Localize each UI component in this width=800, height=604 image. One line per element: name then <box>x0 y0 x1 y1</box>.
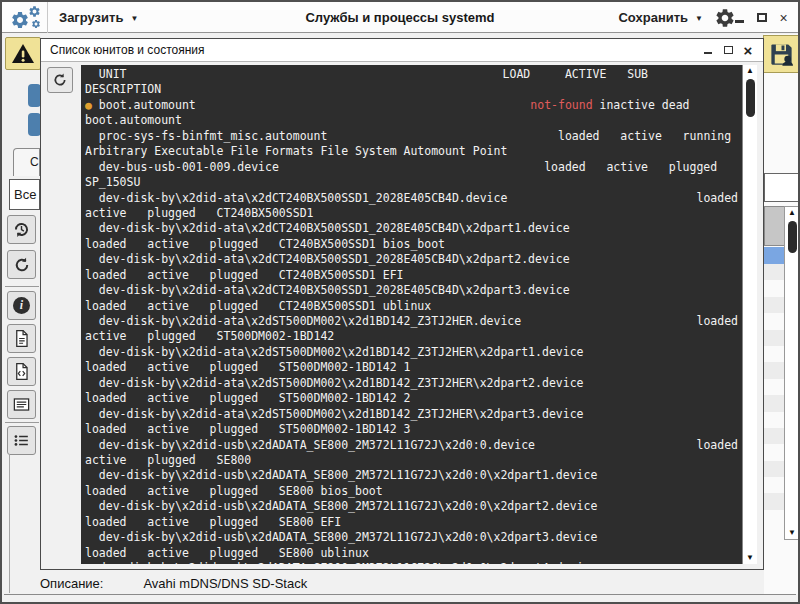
sidebar-separator <box>5 422 39 423</box>
warning-triangle-icon <box>10 42 36 66</box>
scrollbar-thumb[interactable] <box>746 79 755 117</box>
table-row[interactable] <box>764 510 784 526</box>
bullet-list-button[interactable] <box>7 426 36 455</box>
dialog-maximize-button[interactable] <box>722 44 734 56</box>
dialog-titlebar[interactable]: Список юнитов и состояния × <box>41 39 763 62</box>
dialog-refresh-button[interactable] <box>47 67 73 93</box>
console-scrollbar[interactable]: ▲ ▼ <box>742 65 757 564</box>
table-row[interactable] <box>764 362 784 378</box>
table-row[interactable] <box>764 477 784 493</box>
description-label: Описание: <box>40 576 103 591</box>
document-button[interactable] <box>7 324 36 353</box>
table-row[interactable] <box>764 330 784 346</box>
filter-value: Все <box>14 187 36 202</box>
console-line: dev-disk-by\x2did-ata\x2dCT240BX500SSD1_… <box>85 191 738 206</box>
info-icon: i <box>13 297 30 314</box>
console-line: loaded active plugged ST500DM002-1BD142 … <box>85 391 738 406</box>
refresh-button-sidebar[interactable] <box>7 250 36 279</box>
search-field-sliver[interactable] <box>764 173 800 202</box>
scroll-up-icon[interactable]: ▲ <box>746 65 754 77</box>
console-line: loaded active plugged ST500DM002-1BD142 … <box>85 422 738 437</box>
status-bar: Описание: Avahi mDNS/DNS SD-Stack <box>40 572 307 594</box>
console-line: active plugged ST500DM002-1BD142 <box>85 329 738 344</box>
units-dialog: Список юнитов и состояния × UNITLOAD ACT… <box>40 38 764 570</box>
console-line: ● boot.automountnot-found inactive dead <box>85 98 738 113</box>
console-line: dev-disk-by\x2did-usb\x2dADATA_SE800_2M3… <box>85 561 738 564</box>
tab-services-label: С <box>30 155 39 169</box>
history-icon <box>12 220 31 239</box>
units-table-rows <box>764 264 784 526</box>
console-line: Arbitrary Executable File Formats File S… <box>85 144 738 159</box>
maximize-button[interactable] <box>755 11 768 24</box>
dialog-body: UNITLOAD ACTIVE SUB DESCRIPTION● boot.au… <box>41 62 763 569</box>
console-line: UNITLOAD ACTIVE SUB <box>85 67 738 82</box>
scroll-up-icon[interactable]: ▲ <box>788 207 796 219</box>
console-line: active plugged SE800 <box>85 453 738 468</box>
table-row[interactable] <box>764 412 784 428</box>
table-row[interactable] <box>764 313 784 329</box>
info-button[interactable]: i <box>7 291 36 320</box>
warning-button[interactable] <box>5 37 41 70</box>
scroll-down-icon[interactable]: ▼ <box>788 527 796 539</box>
table-row[interactable] <box>764 461 784 477</box>
unit-file-button[interactable] <box>7 357 36 386</box>
bullet-list-icon <box>12 431 31 450</box>
statusbar-border <box>4 594 796 595</box>
console-line: dev-disk-by\x2did-ata\x2dST500DM002\x2d1… <box>85 376 738 391</box>
table-row[interactable] <box>764 379 784 395</box>
scroll-down-icon[interactable]: ▼ <box>746 552 754 564</box>
console-line: dev-disk-by\x2did-usb\x2dADATA_SE800_2M3… <box>85 438 738 453</box>
refresh-icon <box>13 256 31 274</box>
console-line: loaded active plugged SE800 EFI <box>85 515 738 530</box>
console-line: active plugged CT240BX500SSD1 <box>85 206 738 221</box>
scrollbar-thumb[interactable] <box>788 221 797 253</box>
tab-services[interactable]: С <box>13 148 40 176</box>
console-line: dev-disk-by\x2did-ata\x2dCT240BX500SSD1_… <box>85 283 738 298</box>
close-button[interactable]: × <box>777 11 790 24</box>
console-line: dev-disk-by\x2did-ata\x2dST500DM002\x2d1… <box>85 407 738 422</box>
console-line: loaded active plugged SE800 ublinux <box>85 546 738 561</box>
table-row[interactable] <box>764 444 784 460</box>
code-file-icon <box>12 362 31 381</box>
console-output[interactable]: UNITLOAD ACTIVE SUB DESCRIPTION● boot.au… <box>81 65 742 564</box>
console-line: dev-disk-by\x2did-ata\x2dST500DM002\x2d1… <box>85 314 738 329</box>
app-window: Загрузить ▼ Службы и процессы systemd Со… <box>0 0 800 604</box>
table-row[interactable] <box>764 493 784 509</box>
console-line: DESCRIPTION <box>85 82 738 97</box>
save-button[interactable]: Сохранить ▼ <box>618 2 703 33</box>
console-line: boot.automount <box>85 113 738 128</box>
console-line: loaded active plugged CT240BX500SSD1 bio… <box>85 237 738 252</box>
console-wrap: UNITLOAD ACTIVE SUB DESCRIPTION● boot.au… <box>81 65 757 564</box>
table-row[interactable] <box>764 395 784 411</box>
list-view-button[interactable] <box>7 390 36 419</box>
list-box-icon <box>12 395 31 414</box>
table-row[interactable] <box>764 297 784 313</box>
table-vertical-scrollbar[interactable]: ▲ ▼ <box>784 206 800 540</box>
history-button[interactable] <box>7 215 36 244</box>
main-toolbar: Загрузить ▼ Службы и процессы systemd Со… <box>2 2 798 33</box>
filter-dropdown[interactable]: Все <box>9 179 40 210</box>
console-line: dev-disk-by\x2did-ata\x2dST500DM002\x2d1… <box>85 345 738 360</box>
dialog-minimize-button[interactable] <box>702 44 714 56</box>
save-file-button[interactable] <box>763 35 800 73</box>
console-line: dev-disk-by\x2did-ata\x2dCT240BX500SSD1_… <box>85 221 738 236</box>
table-row[interactable] <box>764 428 784 444</box>
refresh-icon <box>52 72 68 88</box>
sidebar-separator <box>5 286 39 287</box>
table-row[interactable] <box>764 280 784 296</box>
console-line: dev-disk-by\x2did-usb\x2dADATA_SE800_2M3… <box>85 530 738 545</box>
table-row[interactable] <box>764 264 784 280</box>
table-row[interactable] <box>764 346 784 362</box>
window-controls: × <box>733 2 790 33</box>
console-line: proc-sys-fs-binfmt_misc.automountloaded … <box>85 129 738 144</box>
console-line: loaded active plugged SE800 bios_boot <box>85 484 738 499</box>
console-line: loaded active plugged CT240BX500SSD1 ubl… <box>85 299 738 314</box>
dropdown-arrow-icon: ▼ <box>695 14 703 23</box>
dialog-controls: × <box>702 44 754 56</box>
minimize-button[interactable] <box>733 11 746 24</box>
console-line: dev-bus-usb-001-009.deviceloaded active … <box>85 160 738 175</box>
dialog-close-button[interactable]: × <box>742 44 754 56</box>
table-selected-row[interactable] <box>764 247 784 264</box>
table-header-sliver <box>764 206 784 246</box>
panel-border <box>9 454 10 593</box>
